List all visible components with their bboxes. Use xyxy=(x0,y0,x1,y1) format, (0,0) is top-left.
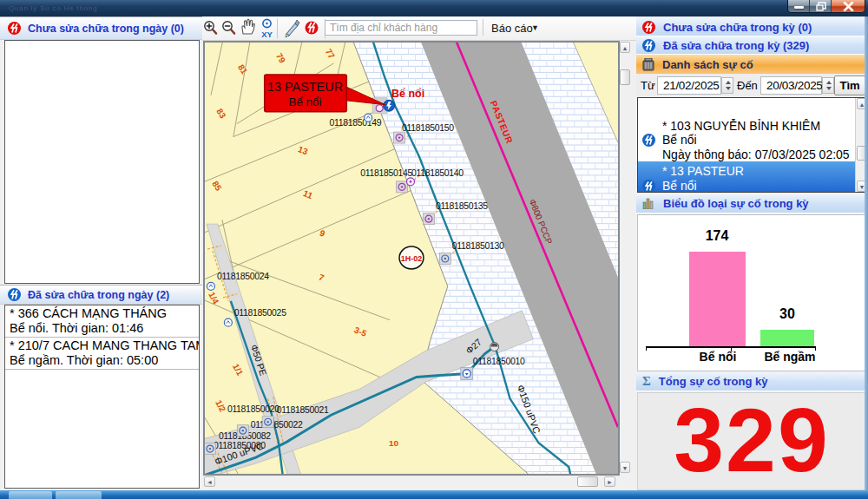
svg-text:01181850020: 01181850020 xyxy=(227,404,279,414)
svg-text:01181850149: 01181850149 xyxy=(329,118,381,128)
svg-text:10: 10 xyxy=(389,438,399,448)
svg-text:Bể nổi: Bể nổi xyxy=(391,88,424,100)
svg-text:01181850025: 01181850025 xyxy=(234,308,286,318)
svg-text:01181850135: 01181850135 xyxy=(436,201,488,211)
svg-text:01181850022: 01181850022 xyxy=(251,420,303,430)
svg-text:Bể nổi: Bể nổi xyxy=(288,95,321,108)
svg-text:01181850010: 01181850010 xyxy=(473,357,525,366)
svg-text:XY: XY xyxy=(261,30,273,39)
svg-text:01181850145: 01181850145 xyxy=(360,168,412,178)
svg-text:13 PASTEUR: 13 PASTEUR xyxy=(267,80,343,94)
svg-text:01181850150: 01181850150 xyxy=(402,123,454,133)
svg-text:1H-02: 1H-02 xyxy=(401,254,422,263)
svg-text:01181850130: 01181850130 xyxy=(452,241,504,251)
svg-text:01181850021: 01181850021 xyxy=(277,405,329,415)
svg-text:01181850080: 01181850080 xyxy=(214,441,266,450)
svg-text:01181850140: 01181850140 xyxy=(411,168,464,178)
svg-text:01181850024: 01181850024 xyxy=(217,272,269,281)
